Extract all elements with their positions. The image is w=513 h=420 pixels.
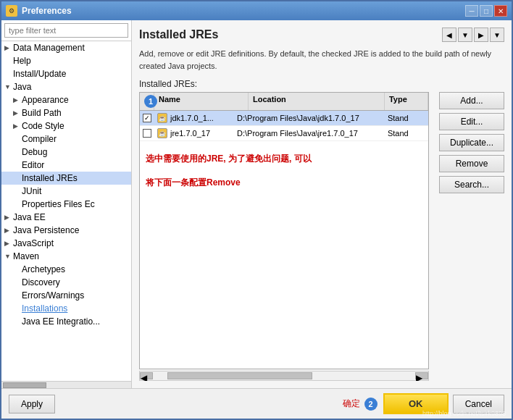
title-buttons: ─ □ ✕ (465, 5, 507, 17)
table-row[interactable]: ✓ ☕ jdk1.7.0_1... D:\Program Files\Java\… (140, 111, 428, 126)
sidebar-item-java-persistence[interactable]: ▶ Java Persistence (1, 224, 131, 237)
tree-area: ▶ Data Management Help Install/Update ▼ … (1, 41, 131, 381)
filter-box (1, 20, 131, 41)
preferences-window: ⚙ Preferences ─ □ ✕ ▶ Data Management He… (0, 0, 513, 420)
search-button[interactable]: Search... (439, 176, 504, 193)
sidebar-item-label: Editor (22, 160, 44, 170)
sidebar-item-installations[interactable]: Installations (1, 302, 131, 315)
panel-header: Installed JREs ◀ ▼ ▶ ▼ (139, 28, 504, 42)
sidebar-item-help[interactable]: Help (1, 54, 131, 67)
sidebar-item-label: Properties Files Ec (22, 199, 95, 209)
nav-dropdown2-button[interactable]: ▼ (490, 28, 504, 42)
maximize-button[interactable]: □ (480, 5, 493, 17)
th-check: 1 (140, 93, 154, 110)
sidebar-item-label: Java EE Integratio... (22, 316, 100, 327)
sidebar-item-label: Java EE (13, 212, 46, 222)
sidebar-item-editor[interactable]: Editor (1, 159, 131, 172)
jre-icon: ☕ (157, 113, 167, 123)
minimize-button[interactable]: ─ (465, 5, 478, 17)
horizontal-scrollbar[interactable]: ◀ ▶ (139, 371, 429, 381)
scroll-thumb[interactable] (167, 372, 312, 379)
sidebar-scroll-thumb (3, 382, 46, 388)
sidebar-item-javascript[interactable]: ▶ JavaScript (1, 237, 131, 250)
th-type: Type (385, 93, 428, 110)
sidebar-item-java[interactable]: ▼ Java (1, 80, 131, 93)
checkbox-checked: ✓ (143, 114, 151, 122)
sidebar-item-appearance[interactable]: ▶ Appearance (1, 93, 131, 106)
title-bar-left: ⚙ Preferences (6, 5, 72, 17)
sidebar-item-label: Errors/Warnings (22, 290, 84, 301)
sidebar-item-label: Debug (22, 147, 47, 157)
row2-check[interactable] (140, 127, 154, 140)
sidebar-item-errors-warnings[interactable]: Errors/Warnings (1, 289, 131, 302)
sidebar-item-maven[interactable]: ▼ Maven (1, 250, 131, 263)
row1-location: D:\Program Files\Java\jdk1.7.0_17 (234, 112, 385, 125)
sidebar-item-label: Appearance (22, 95, 69, 105)
annotation-text: 选中需要使用的JRE, 为了避免出问题, 可以 (143, 147, 425, 171)
sidebar-item-installed-jres[interactable]: Installed JREs (1, 172, 131, 185)
sidebar-item-junit[interactable]: JUnit (1, 185, 131, 198)
table-body: ✓ ☕ jdk1.7.0_1... D:\Program Files\Java\… (140, 111, 428, 369)
sidebar-item-label: JavaScript (13, 238, 54, 248)
edit-button[interactable]: Edit... (439, 113, 504, 130)
table-row[interactable]: ☕ jre1.7.0_17 D:\Program Files\Java\jre1… (140, 126, 428, 141)
right-buttons: Add... Edit... Duplicate... Remove Searc… (439, 92, 504, 381)
sidebar-item-label: Code Style (22, 121, 64, 131)
filter-input[interactable] (4, 23, 128, 38)
row1-check[interactable]: ✓ (140, 112, 154, 125)
sidebar-item-discovery[interactable]: Discovery (1, 276, 131, 289)
sidebar-item-label: Installations (22, 303, 67, 314)
close-button[interactable]: ✕ (494, 5, 507, 17)
annotation-area: 选中需要使用的JRE, 为了避免出问题, 可以 将下面一条配置Remove (140, 141, 428, 201)
sidebar-item-label: Archetypes (22, 264, 65, 274)
window-title: Preferences (22, 6, 72, 16)
main-panel: Installed JREs ◀ ▼ ▶ ▼ Add, remove or ed… (132, 20, 512, 388)
sidebar-item-java-ee[interactable]: ▶ Java EE (1, 211, 131, 224)
ok-cancel-area: 确定 2 OK Cancel (343, 393, 504, 414)
sidebar-item-archetypes[interactable]: Archetypes (1, 263, 131, 276)
sidebar-item-label: Installed JREs (22, 173, 78, 183)
sidebar-item-data-management[interactable]: ▶ Data Management (1, 41, 131, 54)
sidebar-item-debug[interactable]: Debug (1, 146, 131, 159)
sidebar-item-label: Java (13, 82, 31, 92)
cancel-button[interactable]: Cancel (453, 395, 504, 413)
sidebar-scrollbar[interactable] (1, 381, 131, 388)
row1-name: ☕ jdk1.7.0_1... (154, 111, 234, 125)
sidebar-item-java-ee-integration[interactable]: Java EE Integratio... (1, 315, 131, 328)
scroll-right-btn[interactable]: ▶ (415, 372, 428, 379)
sidebar-item-label: Discovery (22, 277, 60, 287)
sidebar-item-label: Install/Update (13, 69, 66, 79)
sidebar-item-label: Build Path (22, 108, 62, 118)
sidebar-item-label: Java Persistence (13, 225, 79, 235)
scroll-left-btn[interactable]: ◀ (140, 372, 153, 379)
nav-buttons: ◀ ▼ ▶ ▼ (442, 28, 504, 42)
apply-button[interactable]: Apply (9, 395, 55, 413)
ok-button[interactable]: OK (383, 393, 449, 414)
sidebar: ▶ Data Management Help Install/Update ▼ … (1, 20, 132, 388)
bottom-bar: Apply 确定 2 OK Cancel (1, 388, 512, 419)
row2-type: Stand (385, 127, 428, 140)
nav-forward-button[interactable]: ▶ (474, 28, 488, 42)
sidebar-item-code-style[interactable]: ▶ Code Style (1, 119, 131, 133)
nav-back-button[interactable]: ◀ (442, 28, 456, 42)
sidebar-item-build-path[interactable]: ▶ Build Path (1, 106, 131, 119)
row2-location: D:\Program Files\Java\jre1.7.0_17 (234, 127, 385, 140)
add-button[interactable]: Add... (439, 92, 504, 109)
annotation-text-2: 将下面一条配置Remove (143, 171, 425, 195)
remove-button[interactable]: Remove (439, 155, 504, 172)
checkbox-unchecked (143, 129, 151, 138)
table-header: 1 Name Location Type (140, 93, 428, 111)
duplicate-button[interactable]: Duplicate... (439, 134, 504, 151)
table-wrapper: 1 Name Location Type ✓ (139, 92, 429, 381)
sidebar-item-properties-files[interactable]: Properties Files Ec (1, 198, 131, 211)
sidebar-item-install-update[interactable]: Install/Update (1, 67, 131, 80)
th-name: Name (154, 93, 249, 110)
jre-table: 1 Name Location Type ✓ (139, 92, 429, 369)
sidebar-item-compiler[interactable]: Compiler (1, 133, 131, 146)
th-location: Location (249, 93, 385, 110)
inner-content: 1 Name Location Type ✓ (139, 92, 504, 381)
nav-dropdown-button[interactable]: ▼ (458, 28, 472, 42)
circle-2: 2 (364, 398, 378, 411)
jre-icon: ☕ (157, 128, 167, 138)
content-area: ▶ Data Management Help Install/Update ▼ … (1, 20, 512, 388)
